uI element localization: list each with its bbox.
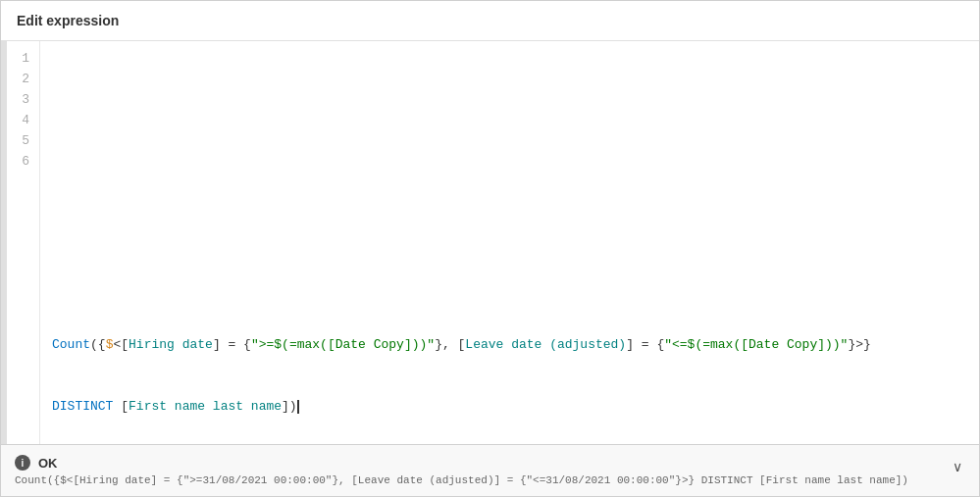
editor-area[interactable]: 1 2 3 4 5 6 Count({$<[Hiring date] = {">… bbox=[1, 41, 979, 444]
bracket-open: <[ bbox=[113, 335, 129, 356]
edit-expression-dialog: Edit expression 1 2 3 4 5 6 Count({$<[Hi… bbox=[0, 0, 980, 497]
code-line-2 bbox=[52, 151, 967, 172]
dialog-title-text: Edit expression bbox=[17, 13, 119, 28]
text-cursor bbox=[297, 400, 299, 414]
collapse-button[interactable]: ∨ bbox=[946, 455, 969, 478]
status-expression: Count({$<[Hiring date] = {">=31/08/2021 … bbox=[15, 474, 965, 486]
code-editor[interactable]: Count({$<[Hiring date] = {">=$(=max([Dat… bbox=[40, 41, 979, 444]
code-line-3 bbox=[52, 213, 967, 233]
bracket-close-eq: ] = { bbox=[213, 335, 251, 356]
bracket-close-eq2: ] = { bbox=[626, 335, 664, 356]
string-lte: "<=$(=max([Date Copy]))" bbox=[664, 335, 848, 356]
status-bar: i OK bbox=[15, 455, 965, 471]
collapse-icon: ∨ bbox=[953, 459, 962, 474]
bottom-panel: i OK Count({$<[Hiring date] = {">=31/08/… bbox=[1, 444, 979, 496]
code-line-5: Count({$<[Hiring date] = {">=$(=max([Dat… bbox=[52, 335, 967, 356]
close-brace-gt: }>} bbox=[848, 335, 870, 356]
string-gte: ">=$(=max([Date Copy]))" bbox=[251, 335, 435, 356]
space2: [ bbox=[113, 397, 129, 418]
paren-open: ({ bbox=[90, 335, 106, 356]
dollar-sign: $ bbox=[106, 335, 114, 356]
info-icon-text: i bbox=[22, 458, 25, 469]
ok-status: OK bbox=[38, 456, 58, 471]
dialog-title: Edit expression bbox=[1, 1, 979, 41]
info-icon: i bbox=[15, 455, 30, 471]
code-line-6: DISTINCT [First name last name]) bbox=[52, 397, 967, 418]
comma-space: }, bbox=[435, 335, 450, 356]
field-hiring-date: Hiring date bbox=[129, 335, 213, 356]
code-line-4 bbox=[52, 273, 967, 294]
keyword-count: Count bbox=[52, 335, 90, 356]
space: [ bbox=[450, 335, 466, 356]
left-border bbox=[1, 41, 7, 444]
code-line-1 bbox=[52, 90, 967, 111]
field-leave-date: Leave date (adjusted) bbox=[465, 335, 626, 356]
keyword-distinct: DISTINCT bbox=[52, 397, 113, 418]
close-bracket-paren: ]) bbox=[282, 397, 297, 418]
line-numbers: 1 2 3 4 5 6 bbox=[1, 41, 40, 444]
field-first-name: First name last name bbox=[129, 397, 282, 418]
